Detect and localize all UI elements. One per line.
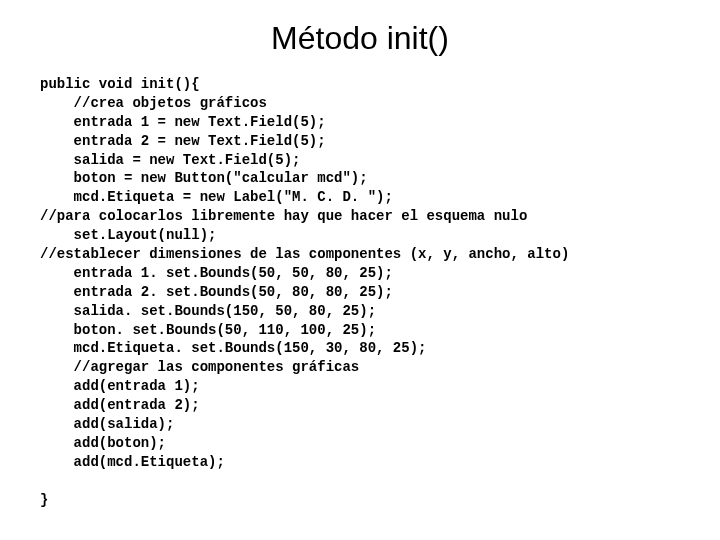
code-line: mcd.Etiqueta. set.Bounds(150, 30, 80, 25… — [40, 340, 426, 356]
code-line: boton = new Button("calcular mcd"); — [40, 170, 368, 186]
slide-title: Método init() — [40, 20, 680, 57]
code-line: } — [40, 492, 48, 508]
code-line: entrada 1. set.Bounds(50, 50, 80, 25); — [40, 265, 393, 281]
code-line: add(entrada 1); — [40, 378, 200, 394]
code-line: mcd.Etiqueta = new Label("M. C. D. "); — [40, 189, 393, 205]
code-line: //agregar las componentes gráficas — [40, 359, 359, 375]
code-line: public void init(){ — [40, 76, 200, 92]
code-line: salida. set.Bounds(150, 50, 80, 25); — [40, 303, 376, 319]
code-line: entrada 1 = new Text.Field(5); — [40, 114, 326, 130]
code-block: public void init(){ //crea objetos gráfi… — [40, 75, 680, 509]
code-line: //crea objetos gráficos — [40, 95, 267, 111]
code-line: entrada 2 = new Text.Field(5); — [40, 133, 326, 149]
code-line: //para colocarlos libremente hay que hac… — [40, 208, 527, 224]
code-line: entrada 2. set.Bounds(50, 80, 80, 25); — [40, 284, 393, 300]
code-line: add(entrada 2); — [40, 397, 200, 413]
code-line: set.Layout(null); — [40, 227, 216, 243]
code-line: add(salida); — [40, 416, 174, 432]
code-line: boton. set.Bounds(50, 110, 100, 25); — [40, 322, 376, 338]
code-line: salida = new Text.Field(5); — [40, 152, 300, 168]
code-line: add(boton); — [40, 435, 166, 451]
code-line: //establecer dimensiones de las componen… — [40, 246, 569, 262]
code-line: add(mcd.Etiqueta); — [40, 454, 225, 470]
